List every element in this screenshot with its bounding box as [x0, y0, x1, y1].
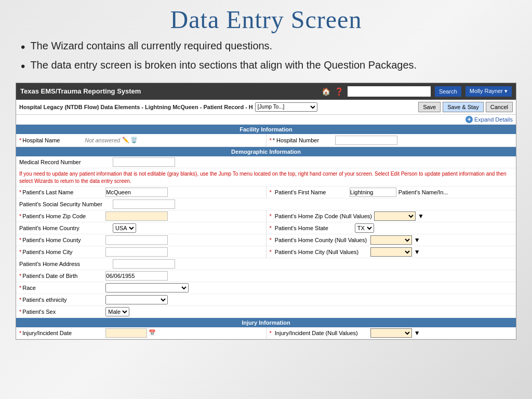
medical-record-row: Medical Record Number [16, 156, 516, 168]
injury-date-null-chevron: ▼ [414, 329, 420, 337]
race-label: Race [22, 285, 105, 291]
ethnicity-select[interactable] [105, 295, 168, 304]
demographic-section-header: Demographic Information [16, 147, 516, 156]
slide-container: Data Entry Screen The Wizard contains al… [0, 0, 532, 399]
county-null-select[interactable] [370, 235, 412, 245]
zip-row: * Patient's Home Zip Code * Patient's Ho… [16, 210, 516, 222]
name-row: * Patient's Last Name * Patient's First … [16, 187, 516, 198]
calendar-icon[interactable]: 📅 [149, 329, 156, 336]
medical-record-label: Medical Record Number [19, 159, 113, 165]
zip-input[interactable] [105, 211, 168, 221]
zip-label: Patient's Home Zip Code [22, 213, 105, 219]
dob-label: Patient's Date of Birth [22, 273, 105, 279]
search-input[interactable] [348, 86, 431, 97]
injury-date-label: Injury/Incident Date [22, 330, 105, 336]
city-null-select[interactable] [370, 247, 412, 257]
injury-date-null-label: Injury/Incident Date (Null Values) [275, 330, 368, 336]
hospital-name-label: Hospital Name [22, 137, 85, 143]
city-null-chevron: ▼ [414, 248, 420, 256]
first-name-input[interactable] [350, 188, 396, 197]
sex-label: Patient's Sex [22, 309, 105, 315]
city-label: Patient's Home City [22, 249, 105, 255]
state-select[interactable]: TX [355, 223, 374, 233]
county-null-chevron: ▼ [414, 236, 420, 244]
hospital-number-label: * Hospital Number [273, 137, 335, 143]
hospital-number-input[interactable] [335, 136, 397, 145]
ssn-input[interactable] [113, 200, 175, 209]
country-state-row: Patient's Home Country USA * Patient's H… [16, 222, 516, 234]
facility-section-header: Facility Information [16, 125, 516, 134]
bullet-list: The Wizard contains all currently requir… [16, 40, 516, 74]
first-name-label: Patient's First Name [275, 189, 348, 195]
warning-row: If you need to update any patient inform… [16, 168, 516, 187]
race-select[interactable] [105, 283, 189, 292]
home-icon[interactable]: 🏠 [322, 87, 330, 96]
dob-input[interactable] [105, 271, 168, 281]
city-row: * Patient's Home City * Patient's Home C… [16, 246, 516, 258]
bullet-item-2: The data entry screen is broken into sec… [21, 59, 516, 74]
zip-null-chevron: ▼ [418, 212, 424, 220]
city-null-label: Patient's Home City (Null Values) [275, 249, 368, 255]
patient-name-suffix-label: Patient's Name/In... [398, 189, 448, 195]
injury-date-input[interactable] [105, 328, 147, 338]
last-name-input[interactable] [105, 188, 168, 197]
injury-date-null-select[interactable] [370, 328, 412, 338]
cancel-button[interactable]: Cancel [486, 102, 513, 112]
record-bar: Hospital Legacy (NTDB Flow) Data Element… [16, 100, 516, 115]
county-row: * Patient's Home County * Patient's Home… [16, 234, 516, 246]
delete-icon[interactable]: 🗑️ [130, 137, 138, 143]
nav-title: Texas EMS/Trauma Reporting System [20, 87, 141, 95]
ethnicity-label: Patient's ethnicity [22, 297, 105, 303]
address-row: Patient's Home Address [16, 258, 516, 270]
race-row: * Race [16, 282, 516, 294]
record-title: Hospital Legacy (NTDB Flow) Data Element… [19, 104, 253, 110]
city-input[interactable] [105, 247, 168, 257]
slide-title: Data Entry Screen [16, 5, 516, 34]
sex-row: * Patient's Sex Male [16, 306, 516, 318]
sex-select[interactable]: Male [105, 307, 129, 316]
ssn-row: Patient's Social Security Number [16, 198, 516, 210]
screen-mockup: Texas EMS/Trauma Reporting System 🏠 ❓ Se… [16, 83, 516, 340]
hospital-number-row: * * Hospital Number [267, 134, 516, 147]
hospital-name-row: * Hospital Name Not answered ✏️ 🗑️ [16, 134, 266, 147]
address-input[interactable] [113, 259, 175, 269]
last-name-label: Patient's Last Name [22, 189, 105, 195]
county-null-label: Patient's Home County (Null Values) [275, 237, 368, 243]
nav-bar: Texas EMS/Trauma Reporting System 🏠 ❓ Se… [16, 83, 516, 100]
bullet-item-1: The Wizard contains all currently requir… [21, 40, 516, 55]
address-label: Patient's Home Address [19, 261, 113, 267]
save-button[interactable]: Save [418, 102, 441, 112]
save-stay-button[interactable]: Save & Stay [443, 102, 484, 112]
search-button[interactable]: Search [435, 86, 461, 97]
user-menu-button[interactable]: Molly Rayner ▾ [466, 86, 512, 97]
injury-section-header: Injury Information [16, 318, 516, 327]
expand-bar: + Expand Details [16, 115, 516, 125]
help-icon[interactable]: ❓ [335, 87, 343, 96]
ssn-label: Patient's Social Security Number [19, 201, 113, 207]
warning-text: If you need to update any patient inform… [19, 171, 507, 184]
expand-label: Expand Details [474, 116, 513, 123]
state-label: Patient's Home State [275, 225, 353, 231]
county-input[interactable] [105, 235, 168, 245]
ethnicity-row: * Patient's ethnicity [16, 294, 516, 306]
zip-null-select[interactable] [374, 211, 416, 221]
edit-icon[interactable]: ✏️ [122, 137, 129, 143]
country-label: Patient's Home Country [19, 225, 113, 231]
country-select[interactable]: USA [113, 223, 136, 233]
county-label: Patient's Home County [22, 237, 105, 243]
dob-row: * Patient's Date of Birth [16, 270, 516, 282]
expand-details-button[interactable]: + Expand Details [466, 116, 513, 123]
expand-plus-icon: + [466, 116, 473, 123]
jump-to-select[interactable]: [Jump To...] [255, 102, 317, 112]
medical-record-input[interactable] [113, 157, 175, 167]
hospital-name-value: Not answered [85, 137, 120, 143]
injury-date-row: * Injury/Incident Date 📅 * Injury/Incide… [16, 327, 516, 339]
zip-null-label: Patient's Home Zip Code (Null Values) [275, 213, 372, 219]
